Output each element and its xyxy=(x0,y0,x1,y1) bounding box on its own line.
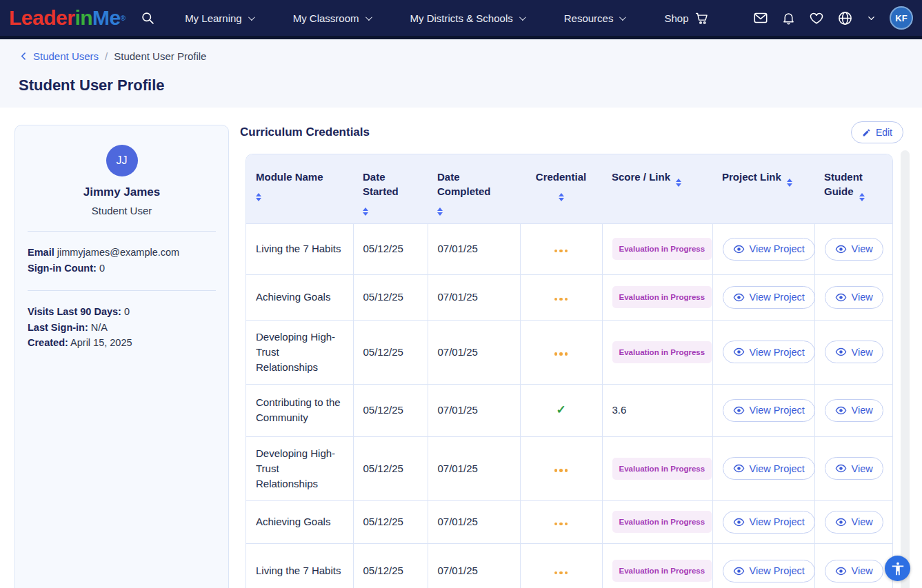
column-header-date-completed[interactable]: Date Completed xyxy=(428,154,520,223)
mail-icon[interactable] xyxy=(753,10,768,26)
table-row: Achieving Goals05/12/2507/01/25Evaluatio… xyxy=(246,274,892,320)
view-project-label: View Project xyxy=(750,565,805,576)
student-role: Student User xyxy=(28,205,216,216)
credentials-title: Curriculum Credentials xyxy=(240,125,370,139)
module-name-cell: Achieving Goals xyxy=(246,500,353,543)
leaderinme-logo[interactable]: LeaderinMe® xyxy=(9,6,126,30)
view-guide-button[interactable]: View xyxy=(825,238,883,261)
view-label: View xyxy=(852,516,873,527)
accessibility-icon xyxy=(890,561,905,576)
view-label: View xyxy=(852,565,873,576)
view-guide-button[interactable]: View xyxy=(825,511,883,534)
edit-button[interactable]: Edit xyxy=(851,121,903,143)
view-label: View xyxy=(852,292,873,303)
nav-shop[interactable]: Shop xyxy=(664,11,709,26)
project-link-cell: View Project xyxy=(712,223,814,274)
registered-mark: ® xyxy=(121,14,126,22)
column-header-module-name[interactable]: Module Name xyxy=(246,154,353,223)
column-header-score-link[interactable]: Score / Link xyxy=(602,154,712,223)
credential-cell xyxy=(520,320,602,384)
table-row: Developing High-Trust Relationships05/12… xyxy=(246,436,892,500)
score-value: 3.6 xyxy=(612,404,627,416)
search-icon[interactable] xyxy=(141,11,155,26)
breadcrumb-back-link[interactable]: Student Users xyxy=(19,50,99,62)
date-completed-cell: 07/01/25 xyxy=(428,320,520,384)
column-header-project-link[interactable]: Project Link xyxy=(712,154,814,223)
view-project-button[interactable]: View Project xyxy=(723,286,815,309)
project-link-cell: View Project xyxy=(712,543,814,588)
view-project-label: View Project xyxy=(750,243,805,254)
column-label: Module Name xyxy=(256,171,323,183)
view-guide-button[interactable]: View xyxy=(825,341,883,363)
view-guide-button[interactable]: View xyxy=(825,399,883,422)
view-project-button[interactable]: View Project xyxy=(723,457,815,480)
nav-my-districts-schools[interactable]: My Districts & Schools xyxy=(410,12,524,24)
view-project-button[interactable]: View Project xyxy=(723,560,815,582)
page-header-band: Student Users / Student User Profile Stu… xyxy=(0,39,922,108)
eye-icon xyxy=(733,516,745,528)
table-scrollbar[interactable] xyxy=(901,150,910,588)
nav-my-classroom[interactable]: My Classroom xyxy=(293,12,370,24)
score-link-cell: Evaluation in Progress xyxy=(602,223,712,274)
credentials-table-container: Module NameDate StartedDate CompletedCre… xyxy=(245,154,893,588)
eye-icon xyxy=(733,346,745,358)
accessibility-widget-button[interactable] xyxy=(885,556,910,581)
view-project-label: View Project xyxy=(750,516,805,527)
credential-cell xyxy=(520,436,602,500)
nav-resources[interactable]: Resources xyxy=(564,12,625,24)
date-started-text: 05/12/25 xyxy=(363,463,403,474)
view-project-button[interactable]: View Project xyxy=(723,399,815,422)
view-project-button[interactable]: View Project xyxy=(723,238,815,261)
eye-icon xyxy=(733,565,745,577)
eye-icon xyxy=(835,565,847,577)
last-signin-row: Last Sign-in: N/A xyxy=(28,320,216,336)
chevron-down-icon xyxy=(619,14,626,21)
chevron-down-icon[interactable] xyxy=(866,13,876,23)
created-row: Created: April 15, 2025 xyxy=(28,335,216,351)
curriculum-credentials-section: Curriculum Credentials Edit Module NameD… xyxy=(240,121,903,588)
language-globe-icon[interactable] xyxy=(837,10,853,26)
navbar-utilities: KF xyxy=(753,6,913,30)
evaluation-status-badge: Evaluation in Progress xyxy=(612,458,712,480)
student-profile-card: JJ Jimmy James Student User Email jimmyj… xyxy=(14,125,229,588)
project-link-cell: View Project xyxy=(712,384,814,436)
column-label: Date Completed xyxy=(437,171,491,197)
nav-my-learning[interactable]: My Learning xyxy=(185,12,253,24)
credential-pending-dots-icon xyxy=(554,523,568,526)
credential-pending-dots-icon xyxy=(554,250,568,253)
sort-icon xyxy=(676,179,681,187)
date-completed-text: 07/01/25 xyxy=(438,565,478,576)
view-guide-button[interactable]: View xyxy=(825,286,883,309)
main-content: JJ Jimmy James Student User Email jimmyj… xyxy=(0,108,922,588)
student-name: Jimmy James xyxy=(28,185,216,199)
favorites-heart-icon[interactable] xyxy=(809,10,824,26)
column-header-student-guide[interactable]: Student Guide xyxy=(814,154,892,223)
date-started-cell: 05/12/25 xyxy=(353,320,428,384)
view-guide-button[interactable]: View xyxy=(825,457,883,480)
column-label: Score / Link xyxy=(612,171,670,183)
view-project-button[interactable]: View Project xyxy=(723,341,815,363)
user-avatar[interactable]: KF xyxy=(890,6,913,30)
view-guide-button[interactable]: View xyxy=(825,560,883,582)
credential-pending-dots-icon xyxy=(554,352,568,356)
page-title: Student User Profile xyxy=(19,77,922,94)
table-row: Living the 7 Habits05/12/2507/01/25Evalu… xyxy=(246,543,892,588)
nav-label: Shop xyxy=(664,12,688,24)
credentials-table: Module NameDate StartedDate CompletedCre… xyxy=(246,154,892,588)
breadcrumb-back-label: Student Users xyxy=(33,50,99,62)
eye-icon xyxy=(835,516,847,528)
date-started-cell: 05/12/25 xyxy=(353,436,428,500)
module-name-text: Achieving Goals xyxy=(256,291,330,303)
view-project-button[interactable]: View Project xyxy=(723,511,815,534)
score-link-cell: 3.6 xyxy=(602,384,712,436)
column-header-credential[interactable]: Credential xyxy=(520,154,602,223)
column-header-date-started[interactable]: Date Started xyxy=(353,154,428,223)
signin-count-value: 0 xyxy=(99,263,105,274)
date-started-text: 05/12/25 xyxy=(363,243,403,254)
student-guide-cell: View xyxy=(814,436,892,500)
signin-count-row: Sign-in Count: 0 xyxy=(28,261,216,276)
notifications-bell-icon[interactable] xyxy=(781,11,796,26)
date-completed-text: 07/01/25 xyxy=(438,291,478,303)
view-label: View xyxy=(852,405,873,416)
module-name-text: Living the 7 Habits xyxy=(256,243,341,254)
